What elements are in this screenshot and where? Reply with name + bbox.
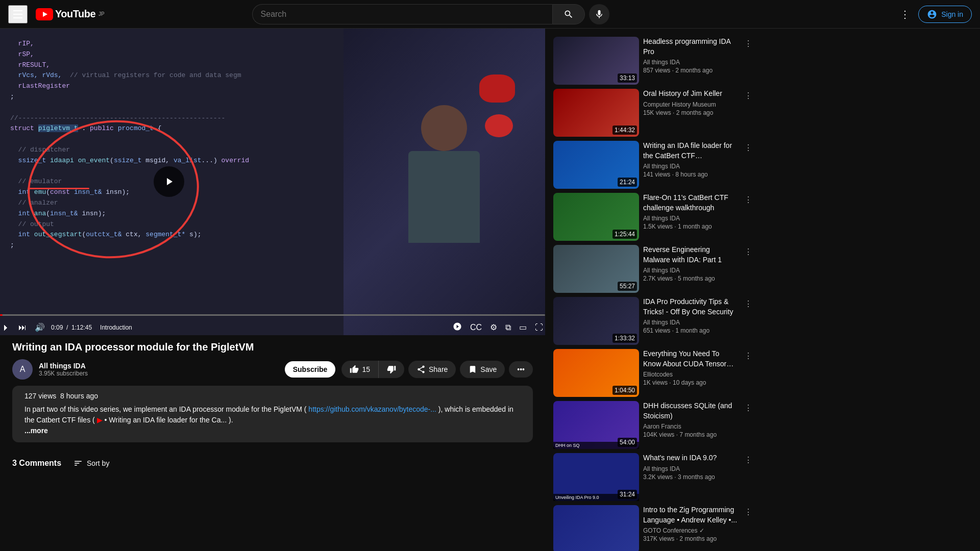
autoplay-toggle[interactable]	[451, 320, 464, 335]
dislike-button[interactable]	[379, 361, 404, 378]
sidebar-video-title: Writing an IDA file loader for the CatBe…	[643, 141, 738, 161]
volume-button[interactable]: 🔊	[33, 320, 47, 334]
fullscreen-button[interactable]: ⛶	[533, 321, 545, 334]
sidebar-channel-name: All things IDA	[643, 59, 738, 66]
channel-avatar[interactable]: A	[12, 359, 33, 380]
autoplay-icon	[453, 322, 462, 331]
sidebar-video-item[interactable]: Unveiling IDA Pro 9.0 31:24 What's new i…	[553, 453, 754, 501]
settings-button[interactable]: ⚙	[488, 320, 499, 334]
video-section: rIP, rSP, rRESULT, rVcs, rVds, // virtua…	[0, 29, 545, 551]
time-total: 1:12:45	[71, 324, 92, 331]
play-pause-button[interactable]: ⏵	[0, 321, 12, 334]
search-button[interactable]	[552, 4, 585, 24]
mic-button[interactable]	[589, 4, 609, 24]
duration-badge: 1:33:32	[612, 334, 637, 343]
sidebar-video-info: Reverse Engineering Malware with IDA: Pa…	[643, 245, 738, 293]
duration-badge: 55:27	[618, 282, 637, 291]
logo[interactable]: YouTubeJP	[36, 8, 105, 20]
sidebar-video-meta: 1.5K views · 1 month ago	[643, 223, 738, 230]
video-more-button[interactable]: ⋮	[742, 245, 754, 259]
video-thumbnail	[553, 505, 639, 551]
hamburger-line	[13, 17, 22, 18]
sidebar-video-item[interactable]: 55:27 Reverse Engineering Malware with I…	[553, 245, 754, 293]
next-button[interactable]: ⏭	[16, 321, 29, 334]
sidebar-video-item[interactable]: 1:04:50 Everything You Need To Know Abou…	[553, 349, 754, 397]
video-more-button[interactable]: ⋮	[742, 193, 754, 207]
menu-button[interactable]	[8, 5, 28, 23]
sidebar-video-item[interactable]: 1:33:32 IDA Pro Productivity Tips & Tric…	[553, 297, 754, 345]
desc-body-3: • Writing an IDA file loader for the Ca.…	[104, 416, 233, 424]
sidebar-video-item[interactable]: Intro to the Zig Programming Language • …	[553, 505, 754, 551]
more-options-button[interactable]: ⋮	[896, 4, 914, 24]
presenter-camera	[344, 29, 545, 335]
sidebar-channel-name: All things IDA	[643, 215, 738, 222]
sidebar-video-title: What's new in IDA 9.0?	[643, 453, 738, 463]
video-player[interactable]: rIP, rSP, rRESULT, rVcs, rVds, // virtua…	[0, 29, 545, 335]
thumbnail-container: 55:27	[553, 245, 639, 293]
code-line: ssize_t idaapi on_event(ssize_t msgid, v…	[10, 156, 333, 166]
sidebar-channel-name: All things IDA	[643, 163, 738, 170]
sidebar-video-title: Reverse Engineering Malware with IDA: Pa…	[643, 245, 738, 265]
sidebar-video-item[interactable]: 1:25:44 Flare-On 11's CatBert CTF challe…	[553, 193, 754, 241]
video-more-button[interactable]: ⋮	[742, 141, 754, 155]
more-actions-button[interactable]: •••	[509, 361, 533, 378]
video-frame: rIP, rSP, rRESULT, rVcs, rVds, // virtua…	[0, 29, 545, 335]
sidebar-video-info: Headless programming IDA Pro All things …	[643, 37, 738, 85]
video-more-button[interactable]: ⋮	[742, 401, 754, 415]
search-icon	[564, 9, 574, 19]
share-button[interactable]: Share	[408, 361, 456, 378]
sidebar-video-title: IDA Pro Productivity Tips & Tricks! - Of…	[643, 297, 738, 317]
sidebar-videos: 33:13 Headless programming IDA Pro All t…	[553, 37, 754, 551]
sidebar-video-item[interactable]: 21:24 Writing an IDA file loader for the…	[553, 141, 754, 189]
code-line: struct pigletvm_t : public procmod_t {	[10, 123, 333, 134]
video-more-button[interactable]: ⋮	[742, 37, 754, 51]
comments-section: 3 Comments Sort by	[0, 450, 545, 484]
thumbnail-container: 1:44:32	[553, 89, 639, 137]
sidebar-channel-name: Aaron Francis	[643, 423, 738, 430]
subtitles-button[interactable]: CC	[468, 321, 484, 334]
mic-icon	[594, 9, 604, 19]
search-input[interactable]	[252, 4, 552, 24]
video-controls: ⏵ ⏭ 🔊 0:09 / 1:12:45 Introduction	[0, 314, 545, 335]
video-more-button[interactable]: ⋮	[742, 89, 754, 103]
play-button[interactable]	[154, 166, 184, 197]
sidebar-video-item[interactable]: 33:13 Headless programming IDA Pro All t…	[553, 37, 754, 85]
sidebar-video-meta: 317K views · 2 months ago	[643, 535, 738, 542]
description-box[interactable]: 127 views 8 hours ago In part two of thi…	[12, 386, 533, 442]
sort-icon	[74, 459, 83, 468]
sidebar-video-item[interactable]: 1:44:32 Oral History of Jim Keller Compu…	[553, 89, 754, 137]
duration-badge: 1:04:50	[612, 386, 637, 395]
subscribe-button[interactable]: Subscribe	[285, 361, 336, 378]
miniplayer-button[interactable]: ⧉	[503, 321, 513, 334]
sidebar-channel-name: Computer History Museum	[643, 101, 738, 108]
sidebar-video-item[interactable]: DHH on SQ 54:00 DHH discusses SQLite (an…	[553, 401, 754, 449]
save-button[interactable]: Save	[460, 361, 505, 378]
sign-in-button[interactable]: Sign in	[918, 6, 972, 23]
right-controls: CC ⚙ ⧉ ▭ ⛶	[451, 320, 545, 335]
duration-badge: 1:25:44	[612, 230, 637, 239]
like-button[interactable]: 15	[341, 361, 379, 378]
description-link[interactable]: https://github.com/vkazanov/bytecode-...	[308, 405, 436, 413]
channel-name[interactable]: All things IDA	[39, 362, 279, 370]
view-count: 127 views	[24, 392, 56, 400]
sidebar-channel-name: Elliotcodes	[643, 371, 738, 378]
video-more-button[interactable]: ⋮	[742, 453, 754, 467]
theater-button[interactable]: ▭	[517, 320, 529, 334]
video-more-button[interactable]: ⋮	[742, 297, 754, 311]
sidebar-video-info: What's new in IDA 9.0? All things IDA 3.…	[643, 453, 738, 501]
thumbnail-container: 1:33:32	[553, 297, 639, 345]
sort-button[interactable]: Sort by	[74, 459, 109, 468]
video-more-button[interactable]: ⋮	[742, 349, 754, 363]
thumbnail-container: DHH on SQ 54:00	[553, 401, 639, 449]
duration-badge: 1:44:32	[612, 126, 637, 135]
controls-row: ⏵ ⏭ 🔊 0:09 / 1:12:45 Introduction	[0, 320, 545, 335]
time-current: 0:09	[51, 324, 63, 331]
show-more-button[interactable]: ...more	[24, 427, 48, 435]
comments-count: 3 Comments	[12, 459, 61, 468]
video-more-button[interactable]: ⋮	[742, 505, 754, 519]
time-display: 0:09 / 1:12:45	[51, 324, 92, 331]
share-icon	[416, 365, 426, 374]
upload-time: 8 hours ago	[60, 392, 98, 400]
progress-bar[interactable]	[0, 314, 545, 316]
annotation-underline	[28, 188, 89, 189]
